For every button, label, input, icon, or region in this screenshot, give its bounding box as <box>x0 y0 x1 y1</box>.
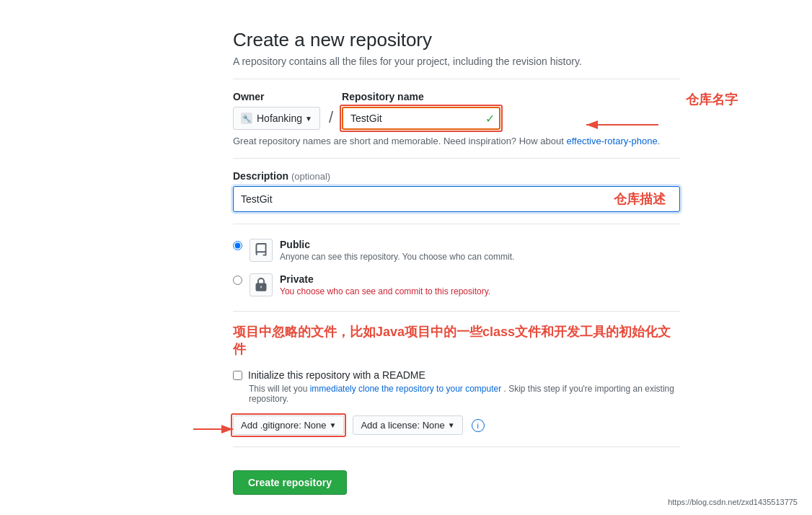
owner-field-group: Owner 🔧 Hofanking ▼ <box>233 91 320 130</box>
section-divider-2 <box>233 224 680 224</box>
owner-label: Owner <box>233 91 320 102</box>
hint-text-static: Great repository names are short and mem… <box>233 136 516 146</box>
private-radio[interactable] <box>233 276 242 285</box>
dropdowns-row: Add .gitignore: None ▼ Add a license: No… <box>233 415 680 435</box>
private-desc: You choose who can see and commit to thi… <box>280 286 490 296</box>
owner-avatar-icon: 🔧 <box>241 113 252 124</box>
book-icon <box>254 243 268 258</box>
private-option: Private You choose who can see and commi… <box>233 273 680 296</box>
create-repository-button[interactable]: Create repository <box>233 470 347 495</box>
gitignore-arrow: ▼ <box>330 421 337 429</box>
description-label: Description (optional) <box>233 170 330 182</box>
private-icon <box>250 273 273 296</box>
readme-checkbox[interactable] <box>233 371 242 380</box>
hint-how-text: How about <box>519 136 564 146</box>
owner-dropdown-arrow: ▼ <box>305 115 312 123</box>
dropdowns-area: Add .gitignore: None ▼ Add a license: No… <box>233 415 680 435</box>
readme-hint-before: This will let you <box>249 384 307 394</box>
gitignore-label: Add .gitignore: None <box>241 420 327 431</box>
private-title: Private <box>280 273 490 285</box>
url-watermark: https://blog.csdn.net/zxd1435513775 <box>668 498 798 506</box>
repo-name-label: Repository name <box>342 91 500 102</box>
description-input[interactable] <box>233 186 680 212</box>
info-icon[interactable]: i <box>472 419 485 432</box>
readme-section: Initialize this repository with a README… <box>233 369 680 404</box>
owner-name: Hofanking <box>257 113 302 124</box>
public-option: Public Anyone can see this repository. Y… <box>233 239 680 262</box>
description-input-wrapper: 仓库描述 <box>233 186 680 212</box>
license-label: Add a license: None <box>361 420 444 431</box>
repo-name-input-wrapper: ✓ <box>342 107 500 130</box>
gitignore-wrapper: Add .gitignore: None ▼ <box>233 415 344 435</box>
description-section: Description (optional) 仓库描述 <box>233 170 680 212</box>
public-title: Public <box>280 239 514 250</box>
slash-separator: / <box>326 108 336 127</box>
checkmark-icon: ✓ <box>485 112 495 126</box>
section-divider-3 <box>233 311 680 312</box>
gitignore-arrow-annotation <box>190 418 240 442</box>
page-title: Create a new repository <box>233 29 680 51</box>
lock-icon <box>254 278 268 292</box>
header-divider <box>233 79 680 79</box>
public-icon <box>250 239 273 262</box>
license-arrow: ▼ <box>448 421 455 429</box>
repo-name-annotation-text: 仓库名字 <box>686 91 738 108</box>
bottom-annotation: 项目中忽略的文件，比如Java项目中的一些class文件和开发工具的初始化文件 <box>233 323 680 358</box>
repo-name-field-group: Repository name ✓ <box>342 91 500 130</box>
owner-select[interactable]: 🔧 Hofanking ▼ <box>233 107 320 130</box>
gitignore-dropdown[interactable]: Add .gitignore: None ▼ <box>233 415 344 435</box>
readme-label: Initialize this repository with a README <box>248 369 425 381</box>
readme-option: Initialize this repository with a README <box>233 369 680 381</box>
public-desc: Anyone can see this repository. You choo… <box>280 252 514 262</box>
readme-hint: This will let you immediately clone the … <box>249 384 680 404</box>
license-dropdown[interactable]: Add a license: None ▼ <box>353 415 462 435</box>
private-content: Private You choose who can see and commi… <box>280 273 490 296</box>
page-subtitle: A repository contains all the files for … <box>233 56 680 67</box>
annotation-arrow <box>579 121 666 145</box>
public-content: Public Anyone can see this repository. Y… <box>280 239 514 262</box>
description-optional: (optional) <box>291 171 330 182</box>
visibility-section: Public Anyone can see this repository. Y… <box>233 239 680 296</box>
readme-hint-link[interactable]: immediately clone the repository to your… <box>310 384 501 394</box>
section-divider-4 <box>233 446 680 447</box>
repo-name-annotation: 仓库名字 <box>686 91 738 108</box>
section-divider-1 <box>233 158 680 159</box>
repo-name-border-wrapper: ✓ <box>342 107 500 130</box>
repo-name-input[interactable] <box>342 107 500 130</box>
public-radio[interactable] <box>233 241 242 250</box>
